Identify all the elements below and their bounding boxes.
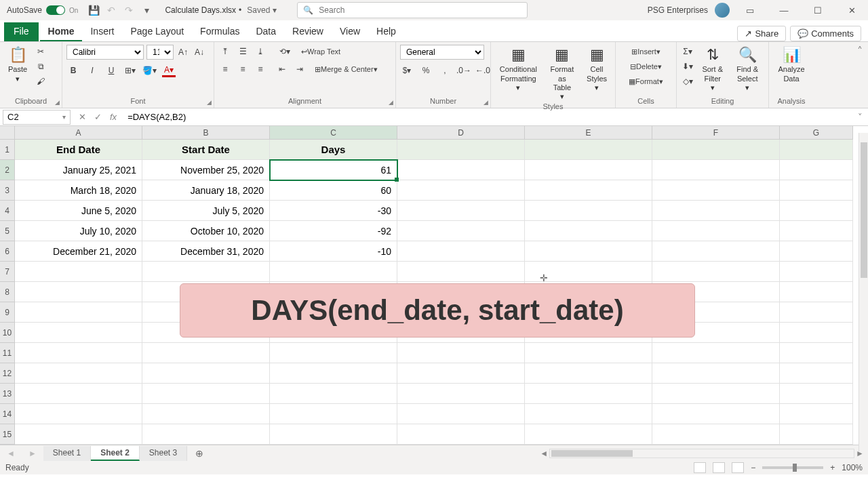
decrease-indent-icon[interactable]: ⇤	[275, 62, 289, 76]
undo-icon[interactable]: ↶	[102, 5, 120, 16]
row-header-11[interactable]: 11	[0, 343, 15, 363]
cell-F12[interactable]	[652, 363, 780, 384]
align-bottom-icon[interactable]: ⤓	[254, 45, 267, 58]
cell-E7[interactable]	[525, 262, 652, 282]
cell-D4[interactable]	[397, 201, 525, 221]
name-box-dropdown-icon[interactable]: ▾	[62, 113, 66, 121]
cell-F1[interactable]	[652, 140, 780, 160]
page-break-view-icon[interactable]	[732, 462, 744, 473]
cell-G6[interactable]	[780, 241, 853, 262]
cell-C2[interactable]: 61	[270, 160, 397, 180]
cell-B6[interactable]: December 31, 2020	[142, 241, 270, 262]
align-center-icon[interactable]: ≡	[236, 62, 250, 76]
cell-C4[interactable]: -30	[270, 201, 397, 221]
insert-cells-button[interactable]: ⊞ Insert ▾	[620, 45, 672, 58]
cell-E11[interactable]	[525, 343, 652, 363]
col-header-B[interactable]: B	[142, 126, 270, 140]
borders-icon[interactable]: ⊞▾	[123, 64, 137, 77]
sheet-tab-sheet-3[interactable]: Sheet 3	[140, 446, 187, 461]
cell-D2[interactable]	[397, 160, 525, 180]
cell-A2[interactable]: January 25, 2021	[15, 160, 142, 180]
row-header-3[interactable]: 3	[0, 180, 15, 201]
share-button[interactable]: ↗Share	[737, 26, 786, 41]
autosave-toggle[interactable]	[46, 5, 65, 15]
zoom-level[interactable]: 100%	[842, 463, 863, 472]
cell-D14[interactable]	[397, 404, 525, 424]
maximize-icon[interactable]: ☐	[804, 5, 831, 16]
tab-file[interactable]: File	[4, 22, 39, 41]
wrap-text-button[interactable]: ↩ Wrap Text	[301, 45, 340, 58]
col-header-C[interactable]: C	[270, 126, 397, 140]
increase-decimal-icon[interactable]: .0→	[457, 64, 471, 77]
cell-B3[interactable]: January 18, 2020	[142, 180, 270, 201]
collapse-ribbon-icon[interactable]: ˄	[852, 42, 868, 108]
save-icon[interactable]: 💾	[85, 5, 102, 16]
tab-home[interactable]: Home	[40, 22, 83, 41]
cell-C5[interactable]: -92	[270, 221, 397, 241]
select-all-corner[interactable]	[0, 126, 15, 140]
cell-A5[interactable]: July 10, 2020	[15, 221, 142, 241]
cell-C6[interactable]: -10	[270, 241, 397, 262]
cell-G13[interactable]	[780, 384, 853, 404]
format-painter-icon[interactable]: 🖌	[34, 75, 47, 88]
zoom-in-icon[interactable]: +	[830, 463, 835, 472]
clear-icon[interactable]: ◇▾	[681, 75, 694, 88]
paste-button[interactable]: 📋 Paste▾	[4, 45, 31, 85]
tab-help[interactable]: Help	[368, 22, 404, 41]
cell-D13[interactable]	[397, 384, 525, 404]
horizontal-scrollbar[interactable]	[549, 449, 854, 458]
cell-D5[interactable]	[397, 221, 525, 241]
cell-G1[interactable]	[780, 140, 853, 160]
sort-filter-button[interactable]: ⇅Sort & Filter▾	[697, 45, 728, 94]
number-format-select[interactable]: General	[400, 45, 484, 60]
comma-icon[interactable]: ,	[438, 64, 452, 77]
format-cells-button[interactable]: ▦ Format ▾	[620, 75, 672, 88]
cell-G12[interactable]	[780, 363, 853, 384]
cell-C12[interactable]	[270, 363, 397, 384]
cell-C15[interactable]	[270, 424, 397, 445]
cell-G4[interactable]	[780, 201, 853, 221]
cell-E5[interactable]	[525, 221, 652, 241]
tab-formulas[interactable]: Formulas	[192, 22, 248, 41]
cell-A14[interactable]	[15, 404, 142, 424]
autosum-icon[interactable]: Σ▾	[681, 45, 694, 58]
align-right-icon[interactable]: ≡	[254, 62, 267, 76]
analyze-data-button[interactable]: 📊Analyze Data	[773, 45, 810, 85]
row-header-4[interactable]: 4	[0, 201, 15, 221]
cell-C11[interactable]	[270, 343, 397, 363]
col-header-G[interactable]: G	[780, 126, 853, 140]
cell-C1[interactable]: Days	[270, 140, 397, 160]
fill-icon[interactable]: ⬇▾	[681, 60, 694, 73]
tab-insert[interactable]: Insert	[82, 22, 122, 41]
redo-icon[interactable]: ↷	[120, 5, 138, 16]
expand-formula-bar-icon[interactable]: ˅	[852, 112, 868, 122]
cell-A9[interactable]	[15, 302, 142, 323]
vertical-scrollbar[interactable]	[859, 133, 868, 451]
cell-A12[interactable]	[15, 363, 142, 384]
close-icon[interactable]: ✕	[838, 5, 865, 16]
cell-E4[interactable]	[525, 201, 652, 221]
orientation-icon[interactable]: ⟲▾	[278, 45, 292, 58]
enter-formula-icon[interactable]: ✓	[94, 112, 102, 122]
cell-B13[interactable]	[142, 384, 270, 404]
cell-G10[interactable]	[780, 323, 853, 343]
cell-D7[interactable]	[397, 262, 525, 282]
row-header-15[interactable]: 15	[0, 424, 15, 445]
col-header-D[interactable]: D	[397, 126, 525, 140]
cell-styles-button[interactable]: ▦Cell Styles▾	[583, 45, 611, 94]
sheet-tab-sheet-1[interactable]: Sheet 1	[43, 446, 91, 461]
cell-B4[interactable]: July 5, 2020	[142, 201, 270, 221]
cell-D3[interactable]	[397, 180, 525, 201]
conditional-formatting-button[interactable]: ▦Conditional Formatting▾	[495, 45, 542, 94]
row-header-8[interactable]: 8	[0, 282, 15, 302]
tab-review[interactable]: Review	[284, 22, 332, 41]
minimize-icon[interactable]: ―	[770, 5, 797, 16]
underline-button[interactable]: U	[104, 64, 118, 77]
qat-customize-icon[interactable]: ▾	[138, 5, 155, 16]
row-header-5[interactable]: 5	[0, 221, 15, 241]
cell-B5[interactable]: October 10, 2020	[142, 221, 270, 241]
row-header-12[interactable]: 12	[0, 363, 15, 384]
formula-bar[interactable]	[123, 112, 852, 122]
font-launcher-icon[interactable]: ◢	[207, 99, 212, 106]
row-header-2[interactable]: 2	[0, 160, 15, 180]
